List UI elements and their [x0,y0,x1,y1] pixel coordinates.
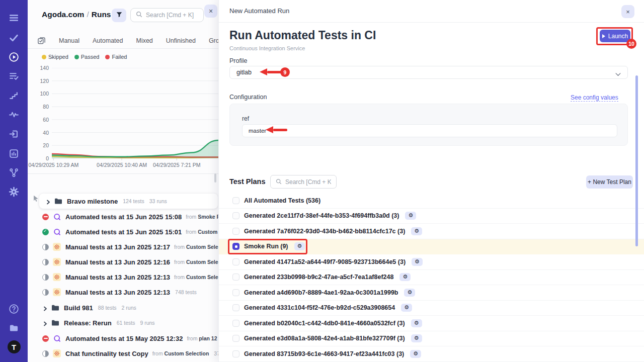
drawer-close-button[interactable]: × [621,5,634,18]
test-plan-settings-gear[interactable]: ⚙ [411,227,422,235]
test-plans-search-input[interactable] [285,178,331,186]
breadcrumb-page: Runs [92,10,111,19]
runs-play-icon[interactable] [0,48,28,65]
select-runs-icon[interactable] [37,37,46,45]
run-list-item[interactable]: Automated tests at 15 Jun 2025 15:08 fro… [28,209,239,224]
test-plan-checkbox[interactable] [232,212,239,219]
test-plan-item[interactable]: Generated 41471a52-a644-49f7-9085-923713… [219,254,644,270]
test-plan-settings-gear[interactable]: ⚙ [401,304,412,312]
test-plans-search[interactable] [270,175,337,189]
test-plan-item[interactable]: Generated 233b0998-b9c2-47ae-a5cf-7ea1af… [219,270,644,286]
ref-input[interactable] [242,124,617,137]
divider [28,173,218,174]
test-plan-item[interactable]: Generated 7a76f022-93d0-434b-b462-bb8114… [219,224,644,239]
run-type-icon [53,228,61,236]
test-plan-checkbox[interactable] [232,335,239,342]
menu-icon[interactable] [0,9,28,26]
test-plan-settings-gear[interactable]: ⚙ [294,242,305,250]
run-title: Automated tests at 15 May 2025 12:32 [65,335,183,342]
runs-search-input[interactable] [146,12,198,19]
branches-icon[interactable] [0,164,28,181]
profile-value: gitlab [236,69,252,76]
tests-check-icon[interactable] [0,29,28,46]
left-panel-scrollbar[interactable] [214,173,216,183]
run-list-item[interactable]: Manual tests at 13 Jun 2025 12:16 from C… [28,254,239,269]
test-plan-settings-gear[interactable]: ⚙ [411,319,422,327]
legend-item[interactable]: Failed [105,54,127,60]
tab-automated[interactable]: Automated [93,37,123,44]
test-plan-item[interactable]: Generated 4331c104-f5f2-476e-b92d-c529a3… [219,301,644,316]
breadcrumb-project[interactable]: Agoda.com [42,10,84,19]
run-folder-item[interactable]: Build 981 88 tests 2 runs [28,300,239,315]
test-plan-item[interactable]: Generated 2ce11f7d-38ef-44fe-b353-4f694f… [219,209,644,224]
test-plan-item[interactable]: Generated b02040c1-c442-4db0-841e-4660a0… [219,316,644,331]
run-type-icon [53,334,61,342]
test-plan-checkbox[interactable] [232,197,239,204]
breadcrumb[interactable]: Agoda.com/Runs [42,10,111,19]
run-list-item[interactable]: Manual tests at 13 Jun 2025 12:13 from C… [28,269,239,285]
new-test-plan-button[interactable]: + New Test Plan [586,175,633,189]
run-list-item[interactable]: Automated tests at 15 Jun 2025 15:01 fro… [28,224,239,239]
test-plan-checkbox[interactable] [232,274,239,281]
milestones-steps-icon[interactable] [0,86,28,104]
reports-chart-icon[interactable] [0,145,28,162]
chevron-right-icon[interactable] [42,305,48,311]
test-plan-settings-gear[interactable]: ⚙ [412,258,423,266]
legend-label: Skipped [48,54,68,60]
test-plan-item[interactable]: Generated 83715b93-6c1e-4663-9417-ef23a4… [219,346,644,362]
test-plan-checkbox[interactable] [232,350,239,357]
test-plan-label: Generated 233b0998-b9c2-47ae-a5cf-7ea1af… [244,274,393,281]
test-plan-checkbox[interactable] [232,243,239,250]
chevron-right-icon[interactable] [45,198,51,204]
test-plan-settings-gear[interactable]: ⚙ [399,273,411,281]
test-plans-list: All Automated Tests (536) Generated 2ce1… [219,193,644,362]
filter-button[interactable] [112,9,126,22]
legend-item[interactable]: Passed [74,54,100,60]
run-list-item[interactable]: Manual tests at 13 Jun 2025 12:17 from C… [28,239,239,254]
pulse-analytics-icon[interactable] [0,106,28,123]
test-plan-settings-gear[interactable]: ⚙ [404,289,415,297]
launch-button[interactable]: Launch [600,30,630,42]
test-plan-checkbox[interactable] [232,289,239,296]
test-plan-item[interactable]: Generated e3d08a1a-5808-42e4-a1ab-81bfe3… [219,331,644,347]
test-plan-checkbox[interactable] [232,258,239,265]
app-logo[interactable]: T [0,338,28,355]
tab-unfinished[interactable]: Unfinished [166,37,196,44]
chevron-right-icon[interactable] [42,320,48,326]
profile-select[interactable]: gitlab [229,66,628,79]
run-title: Manual tests at 13 Jun 2025 12:13 [65,289,170,296]
test-plan-settings-gear[interactable]: ⚙ [410,350,421,358]
run-list-item[interactable]: Chat functinality test Copy from Custom … [28,346,239,361]
see-config-values-link[interactable]: See config values [571,94,618,102]
test-plan-checkbox[interactable] [232,304,239,311]
y-axis-tick: 60 [31,117,49,123]
test-plan-item[interactable]: Smoke Run (9) ⚙ [219,239,644,255]
run-type-icon [53,213,61,221]
settings-gear-icon[interactable] [0,183,28,200]
test-plan-settings-gear[interactable]: ⚙ [405,212,416,220]
test-plan-item[interactable]: Generated a4d690b7-8889-4ae1-92aa-0c3001… [219,285,644,301]
test-plan-item[interactable]: All Automated Tests (536) [219,193,644,209]
run-folder-item[interactable]: Bravo milestone 124 tests 33 runs [39,194,218,209]
runs-search[interactable] [130,8,204,22]
run-folder-item[interactable]: Release: Rerun 61 tests 9 runs [28,315,239,330]
legend-item[interactable]: Skipped [42,54,68,60]
test-plan-label: Generated 41471a52-a644-49f7-9085-923713… [244,258,406,265]
divider [219,22,644,23]
run-list-item[interactable]: Automated tests at 15 May 2025 12:32 fro… [28,331,239,346]
test-plan-settings-gear[interactable]: ⚙ [411,334,422,342]
test-plans-list-icon[interactable] [0,67,28,84]
tab-mixed[interactable]: Mixed [136,37,152,44]
tab-manual[interactable]: Manual [59,37,79,44]
projects-folder-icon[interactable] [0,319,28,336]
test-plan-checkbox[interactable] [232,320,239,327]
folder-title: Bravo milestone [67,198,118,205]
import-icon[interactable] [0,125,28,142]
runs-panel-close-button[interactable]: × [204,5,217,18]
test-plan-checkbox[interactable] [232,228,239,235]
drawer-scrollbar[interactable] [635,75,638,246]
search-icon [276,177,282,187]
funnel-icon [116,11,123,20]
run-list-item[interactable]: Manual tests at 13 Jun 2025 12:13 748 te… [28,285,239,300]
help-icon[interactable] [0,300,28,317]
